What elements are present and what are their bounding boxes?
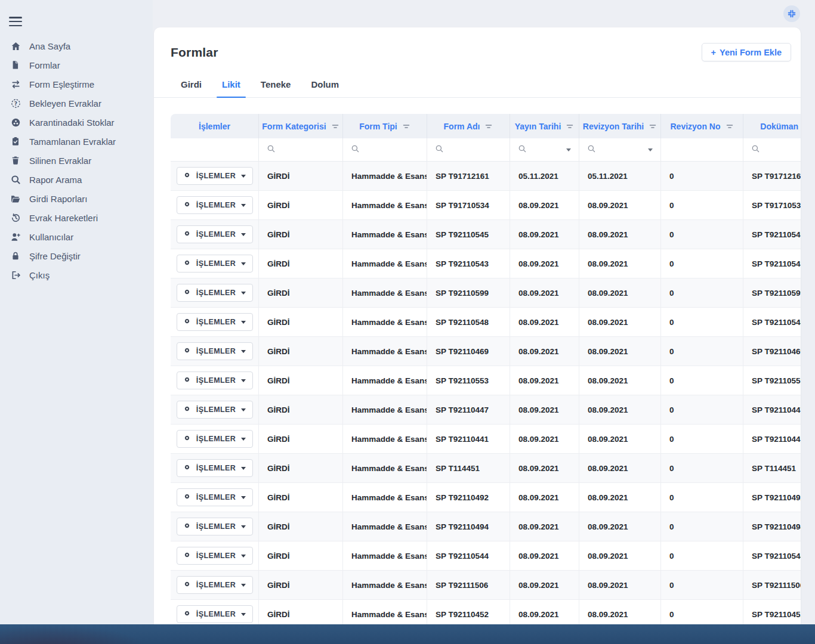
cell-yayin: 08.09.2021 <box>510 512 579 541</box>
row-actions-button[interactable]: İŞLEMLER <box>177 255 253 273</box>
header-filter-icon[interactable] <box>726 122 734 131</box>
row-actions-button[interactable]: İŞLEMLER <box>177 547 253 565</box>
row-actions-label: İŞLEMLER <box>196 493 236 501</box>
cell-rev_no: 0 <box>661 366 743 395</box>
column-header-form-kategorisi[interactable]: Form Kategorisi <box>259 114 343 138</box>
table-row: İŞLEMLERGİRDİHammadde & EsansSP T9211049… <box>171 512 801 541</box>
sidebar-item-rapor-arama[interactable]: Rapor Arama <box>0 170 153 189</box>
gear-icon <box>183 376 191 383</box>
column-header-form-ad-[interactable]: Form Adı <box>427 114 510 138</box>
tab-girdi[interactable]: Girdi <box>171 74 212 97</box>
sidebar-item-girdi-raporlari[interactable]: Girdi Raporları <box>0 189 153 208</box>
header-filter-icon[interactable] <box>331 122 339 131</box>
cell-revizyon: 08.09.2021 <box>579 512 661 541</box>
table-row: İŞLEMLERGİRDİHammadde & EsansSP T9211054… <box>171 249 801 278</box>
home-icon <box>10 41 21 51</box>
row-actions-button[interactable]: İŞLEMLER <box>177 167 253 185</box>
gear-icon <box>183 463 191 473</box>
row-actions-button[interactable]: İŞLEMLER <box>177 313 253 331</box>
sidebar-item-karantinadaki-stoklar[interactable]: Karantinadaki Stoklar <box>0 113 153 132</box>
grid-body: İŞLEMLERGİRDİHammadde & EsansSP T9171216… <box>171 162 801 627</box>
sidebar-item-evrak-hareketleri[interactable]: Evrak Hareketleri <box>0 208 153 227</box>
filter-cell-5[interactable] <box>579 138 661 161</box>
tab-teneke[interactable]: Teneke <box>251 74 301 97</box>
cell-dokuman: SP T91710534 <box>743 191 801 219</box>
column-header-label: İşlemler <box>199 122 230 131</box>
search-icon <box>351 144 360 156</box>
row-actions-button[interactable]: İŞLEMLER <box>177 225 253 243</box>
filter-cell-4[interactable] <box>510 138 579 161</box>
row-actions-button[interactable]: İŞLEMLER <box>177 371 253 389</box>
user-plus-icon <box>10 232 21 242</box>
gear-icon <box>183 259 191 268</box>
column-header-yay-n-tarihi[interactable]: Yayın Tarihi <box>510 114 579 138</box>
filter-cell-2[interactable] <box>343 138 427 161</box>
filter-cell-7[interactable] <box>743 138 801 161</box>
column-header-revizyon-no[interactable]: Revizyon No <box>661 114 743 138</box>
sidebar-item-form-eslestirme[interactable]: Form Eşleştirme <box>0 75 153 94</box>
dropdown-caret-icon[interactable] <box>648 148 653 151</box>
filter-cell-1[interactable] <box>259 138 343 161</box>
filter-cell-0 <box>171 138 259 161</box>
cell-adi: SP T91710534 <box>427 191 510 219</box>
cell-adi: SP T92110492 <box>427 483 510 512</box>
sidebar-item-formlar[interactable]: Formlar <box>0 55 153 75</box>
cell-adi: SP T92110469 <box>427 337 510 366</box>
cell-revizyon: 08.09.2021 <box>579 425 661 453</box>
sidebar-item-label: Tamamlanan Evraklar <box>29 137 116 147</box>
header-filter-icon[interactable] <box>649 122 657 131</box>
header-filter-icon[interactable] <box>566 122 574 131</box>
cell-adi: SP T92111506 <box>427 571 510 599</box>
caret-down-icon <box>241 613 246 616</box>
row-actions-button[interactable]: İŞLEMLER <box>177 576 253 594</box>
row-actions-button[interactable]: İŞLEMLER <box>177 605 253 623</box>
gear-icon <box>183 171 191 179</box>
dropdown-caret-icon[interactable] <box>566 148 571 151</box>
caret-down-icon <box>241 438 246 441</box>
row-actions-button[interactable]: İŞLEMLER <box>177 430 253 448</box>
tab-likit[interactable]: Likit <box>212 74 251 97</box>
cell-kategori: GİRDİ <box>259 541 343 570</box>
cell-kategori: GİRDİ <box>259 191 343 219</box>
sidebar-item-bekleyen-evraklar[interactable]: ?Bekleyen Evraklar <box>0 94 153 113</box>
sidebar-item-silinen-evraklar[interactable]: Silinen Evraklar <box>0 151 153 170</box>
column-header-revizyon-tarihi[interactable]: Revizyon Tarihi <box>579 114 661 138</box>
column-header-islemler[interactable]: İşlemler <box>171 114 259 138</box>
fullscreen-toggle-button[interactable] <box>783 5 800 22</box>
gear-icon <box>183 463 191 471</box>
sidebar-item-cikis[interactable]: Çıkış <box>0 265 153 284</box>
sidebar-item-sifre-degistir[interactable]: Şifre Değiştir <box>0 246 153 265</box>
sidebar-item-kullanicilar[interactable]: Kullanıcılar <box>0 227 153 246</box>
row-actions-button[interactable]: İŞLEMLER <box>177 401 253 419</box>
column-header-dok-man-no[interactable]: Doküman No <box>743 114 801 138</box>
add-form-button[interactable]: + Yeni Form Ekle <box>702 43 791 61</box>
cell-rev_no: 0 <box>661 220 743 249</box>
row-actions-label: İŞLEMLER <box>196 172 236 180</box>
tab-dolum[interactable]: Dolum <box>301 74 349 97</box>
row-actions-label: İŞLEMLER <box>196 610 236 618</box>
row-actions-button[interactable]: İŞLEMLER <box>177 342 253 360</box>
sidebar-item-ana-sayfa[interactable]: Ana Sayfa <box>0 36 153 55</box>
row-actions-button[interactable]: İŞLEMLER <box>177 459 253 477</box>
sidebar-item-tamamlanan-evraklar[interactable]: Tamamlanan Evraklar <box>0 132 153 151</box>
question-circle-icon: ? <box>10 98 21 109</box>
table-row: İŞLEMLERGİRDİHammadde & EsansSP T9211044… <box>171 425 801 454</box>
row-actions-button[interactable]: İŞLEMLER <box>177 284 253 302</box>
cell-yayin: 08.09.2021 <box>510 541 579 570</box>
cell-yayin: 08.09.2021 <box>510 571 579 599</box>
column-header-form-tipi[interactable]: Form Tipi <box>343 114 427 138</box>
header-filter-icon[interactable] <box>402 122 410 131</box>
filter-cell-3[interactable] <box>427 138 510 161</box>
row-actions-button[interactable]: İŞLEMLER <box>177 196 253 214</box>
sidebar-item-label: Şifre Değiştir <box>29 251 81 261</box>
gear-icon <box>183 609 191 617</box>
header-filter-icon[interactable] <box>484 122 493 131</box>
search-icon <box>518 144 527 156</box>
cell-kategori: GİRDİ <box>259 337 343 366</box>
gear-icon <box>183 376 191 385</box>
grid-filter-row <box>171 138 801 162</box>
search-icon <box>751 144 760 153</box>
hamburger-icon[interactable] <box>9 17 22 26</box>
row-actions-button[interactable]: İŞLEMLER <box>177 518 253 535</box>
row-actions-button[interactable]: İŞLEMLER <box>177 488 253 506</box>
